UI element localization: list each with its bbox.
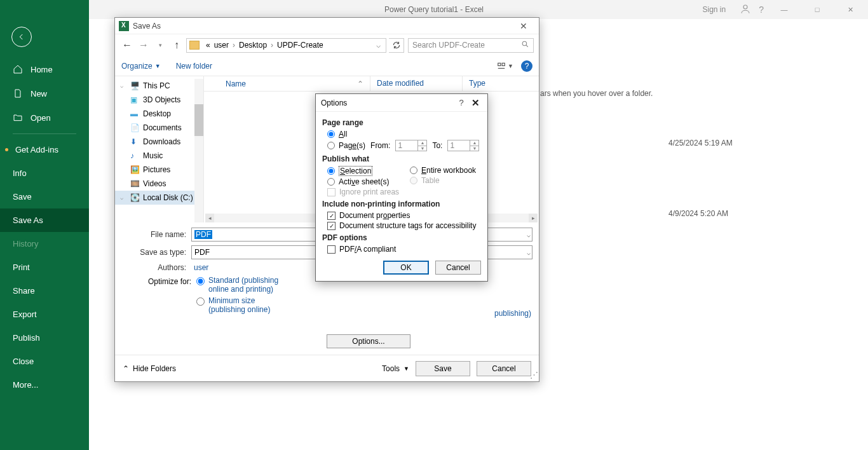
view-mode-button[interactable]: ▼ (496, 62, 513, 71)
optimize-minimum-radio[interactable]: Minimum size (publishing online) (196, 296, 285, 314)
organize-button[interactable]: Organize ▼ (121, 62, 161, 71)
cancel-button[interactable]: Cancel (477, 361, 531, 376)
sidebar-close[interactable]: Close (0, 350, 89, 373)
sidebar-open[interactable]: Open (0, 106, 89, 130)
from-spinner[interactable]: 1▲▼ (395, 140, 427, 151)
pictures-icon: 🖼️ (130, 165, 139, 174)
breadcrumb-desktop[interactable]: Desktop (238, 41, 268, 50)
all-pages-radio[interactable]: All (322, 129, 481, 139)
pdfa-checkbox[interactable]: PDF/A compliant (322, 244, 481, 254)
chevron-down-icon[interactable]: ⌵ (527, 231, 531, 238)
doc-struct-checkbox[interactable]: ✓Document structure tags for accessibili… (322, 221, 481, 231)
selection-radio[interactable]: Selection (322, 165, 405, 177)
table-label: Table (421, 176, 440, 185)
path-dropdown-icon[interactable]: ⌵ (374, 41, 383, 50)
spin-up-icon[interactable]: ▲ (418, 140, 426, 146)
tree-3d-objects[interactable]: ▣3D Objects (115, 93, 203, 107)
tools-dropdown[interactable]: Tools▼ (382, 364, 409, 373)
tree-desktop[interactable]: ▬Desktop (115, 107, 203, 121)
sidebar-new[interactable]: New (0, 81, 89, 106)
sidebar-share[interactable]: Share (0, 279, 89, 303)
chevron-up-icon: ⌃ (123, 364, 129, 373)
backstage-sidebar: Home New Open Get Add-ins Info Save Save… (0, 0, 89, 450)
spin-up-icon[interactable]: ▲ (470, 140, 478, 146)
sidebar-history-label: History (13, 239, 38, 249)
sidebar-close-label: Close (13, 357, 34, 366)
sidebar-save[interactable]: Save (0, 185, 89, 208)
scroll-left-icon[interactable]: ◂ (205, 214, 214, 222)
options-button[interactable]: Options... (327, 334, 410, 348)
sidebar-more[interactable]: More... (0, 373, 89, 397)
close-window-icon[interactable]: ✕ (837, 6, 863, 14)
tree-pictures[interactable]: 🖼️Pictures (115, 163, 203, 177)
sidebar-saveas[interactable]: Save As (0, 208, 89, 232)
authors-value[interactable]: user (191, 263, 208, 272)
tree-local-disk[interactable]: ⌵💽Local Disk (C:) (115, 191, 203, 205)
sign-in-link[interactable]: Sign in (703, 5, 726, 14)
resize-grip-icon[interactable]: ⋰ (530, 372, 538, 380)
sidebar-export[interactable]: Export (0, 303, 89, 326)
account-icon[interactable] (740, 3, 751, 17)
bg-date-1: 4/25/2024 5:19 AM (668, 139, 733, 147)
tree-label: Desktop (143, 109, 171, 118)
refresh-button[interactable] (389, 38, 404, 53)
sidebar-more-label: More... (13, 380, 38, 390)
entire-workbook-radio[interactable]: Entire workbook (405, 165, 476, 175)
back-button[interactable] (11, 27, 32, 47)
pages-radio[interactable]: Page(s) (327, 141, 365, 150)
tree-downloads[interactable]: ⬇Downloads (115, 135, 203, 149)
folder-icon (189, 41, 200, 50)
breadcrumb-updf[interactable]: UPDF-Create (276, 41, 325, 50)
col-date[interactable]: Date modified (370, 76, 463, 91)
excel-logo-icon (119, 21, 129, 31)
breadcrumb-user[interactable]: user (213, 41, 230, 50)
ok-button[interactable]: OK (383, 261, 429, 275)
to-value: 1 (450, 141, 454, 150)
tree-this-pc[interactable]: ⌵🖥️This PC (115, 79, 203, 93)
breadcrumb-root[interactable]: « (205, 41, 212, 50)
optimize-label: Optimize for: (121, 276, 196, 317)
scroll-right-icon[interactable]: ▸ (529, 214, 538, 222)
search-input[interactable]: Search UPDF-Create (408, 38, 534, 53)
chevron-down-icon[interactable]: ⌵ (120, 83, 123, 89)
sidebar-addins[interactable]: Get Add-ins (0, 138, 89, 161)
tree-music[interactable]: ♪Music (115, 149, 203, 163)
sidebar-addins-label: Get Add-ins (15, 145, 58, 154)
tree-videos[interactable]: 🎞️Videos (115, 177, 203, 191)
options-help-icon[interactable]: ? (454, 98, 468, 107)
tree-scrollbar[interactable] (194, 79, 203, 222)
address-bar: ← → ▾ ↑ « user › Desktop › UPDF-Create ⌵… (115, 34, 539, 56)
nav-up-icon[interactable]: ↑ (170, 38, 184, 52)
active-sheets-radio[interactable]: Active sheet(s) (322, 177, 405, 187)
sidebar-print[interactable]: Print (0, 256, 89, 279)
col-type[interactable]: Type (463, 76, 539, 91)
ignore-print-checkbox: Ignore print areas (322, 187, 481, 197)
minimize-icon[interactable]: — (771, 6, 797, 13)
chevron-down-icon[interactable]: ⌵ (527, 249, 531, 256)
spin-down-icon[interactable]: ▼ (470, 146, 478, 151)
pages-label: Page(s) (339, 141, 365, 150)
nav-recent-icon[interactable]: ▾ (153, 38, 167, 52)
doc-props-checkbox[interactable]: ✓Document properties (322, 210, 481, 221)
sidebar-publish[interactable]: Publish (0, 326, 89, 350)
chevron-down-icon[interactable]: ⌵ (120, 194, 123, 201)
optimize-standard-radio[interactable]: Standard (publishing online and printing… (196, 276, 285, 294)
save-button[interactable]: Save (416, 361, 470, 376)
to-spinner[interactable]: 1▲▼ (447, 140, 479, 151)
nav-back-icon[interactable]: ← (120, 38, 134, 52)
help-icon[interactable]: ? (759, 4, 764, 15)
spin-down-icon[interactable]: ▼ (418, 146, 426, 151)
saveas-close-icon[interactable]: ✕ (511, 21, 536, 31)
options-cancel-button[interactable]: Cancel (435, 261, 481, 275)
sidebar-home[interactable]: Home (0, 57, 89, 81)
col-name[interactable]: Name⌃ (204, 76, 370, 91)
breadcrumb-path[interactable]: « user › Desktop › UPDF-Create ⌵ (186, 38, 386, 53)
options-close-icon[interactable]: ✕ (468, 97, 482, 109)
hide-folders-button[interactable]: ⌃Hide Folders (123, 364, 176, 373)
scrollbar-thumb[interactable] (194, 104, 203, 136)
new-folder-button[interactable]: New folder (176, 62, 212, 71)
help-icon[interactable]: ? (521, 60, 532, 72)
sidebar-info[interactable]: Info (0, 161, 89, 185)
tree-documents[interactable]: 📄Documents (115, 121, 203, 135)
maximize-icon[interactable]: □ (804, 6, 830, 13)
